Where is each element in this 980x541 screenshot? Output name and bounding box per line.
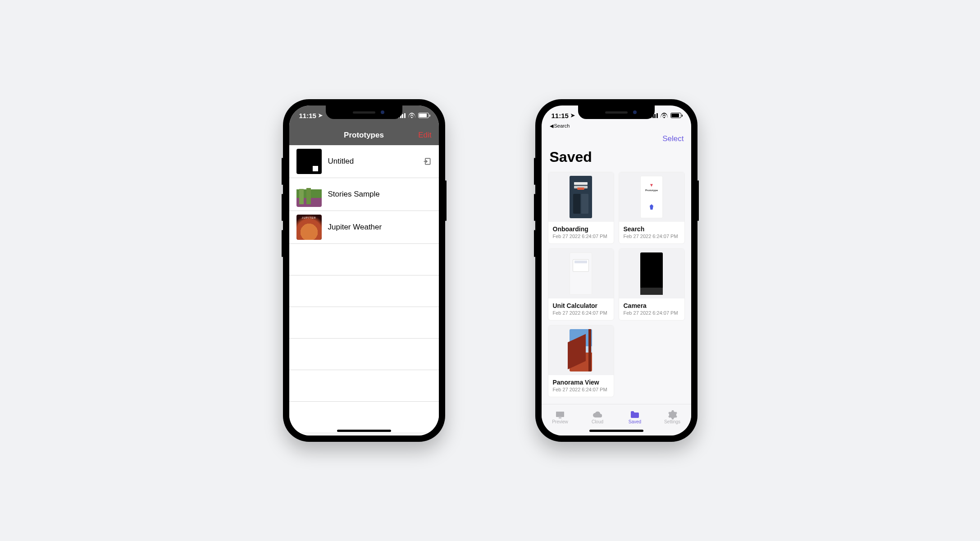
prototype-screenshot (640, 252, 663, 295)
tab-cloud[interactable]: Cloud (579, 404, 616, 429)
card-preview (619, 249, 684, 298)
card-date: Feb 27 2022 6:24:07 PM (624, 310, 680, 316)
empty-row (289, 244, 439, 275)
tab-label: Preview (552, 419, 568, 424)
prototype-row[interactable]: Untitled (289, 145, 439, 178)
gear-icon (667, 409, 678, 418)
preview-icon (555, 409, 565, 418)
location-icon: ➤ (318, 112, 323, 119)
prototype-screenshot (570, 329, 592, 371)
card-title: Onboarding (553, 225, 609, 233)
navbar: Select (542, 129, 691, 149)
prototype-row[interactable]: Jupiter Weather (289, 211, 439, 244)
card-title: Camera (624, 302, 680, 309)
home-indicator[interactable] (589, 430, 643, 432)
empty-row (289, 307, 439, 339)
phone-saved: 11:15 ➤ ◀ Search Select Saved Onboarding… (535, 99, 697, 442)
card-date: Feb 27 2022 6:24:07 PM (553, 310, 609, 316)
card-preview (548, 326, 614, 375)
status-time: 11:15 (299, 112, 316, 119)
edit-button[interactable]: Edit (418, 131, 431, 140)
svg-rect-1 (556, 412, 564, 417)
phone-prototypes: 11:15 ➤ Prototypes Edit Untitled Stories… (283, 99, 445, 442)
prototype-title: Jupiter Weather (328, 223, 432, 232)
tab-preview[interactable]: Preview (542, 404, 579, 429)
empty-row (289, 339, 439, 370)
import-icon[interactable] (423, 157, 432, 166)
prototype-title: Stories Sample (328, 190, 432, 199)
card-preview: Prototype (619, 172, 684, 222)
prototype-screenshot (570, 252, 592, 295)
status-time: 11:15 (552, 112, 569, 119)
tab-label: Saved (629, 419, 641, 424)
prototype-list[interactable]: Untitled Stories Sample Jupiter Weather (289, 145, 439, 436)
empty-row (289, 275, 439, 307)
empty-row (289, 370, 439, 402)
card-preview (548, 172, 614, 222)
prototype-screenshot: Prototype (640, 176, 663, 218)
navbar: Prototypes Edit (289, 125, 439, 145)
card-title: Unit Calculator (553, 302, 609, 309)
prototype-thumbnail (296, 215, 322, 240)
prototype-thumbnail (296, 182, 322, 207)
select-button[interactable]: Select (662, 134, 684, 143)
folder-icon (629, 409, 640, 418)
prototype-row[interactable]: Stories Sample (289, 178, 439, 211)
wifi-icon (408, 113, 415, 118)
empty-row (289, 402, 439, 433)
card-date: Feb 27 2022 6:24:07 PM (624, 234, 680, 239)
prototype-screenshot (570, 176, 592, 218)
tab-label: Cloud (592, 419, 603, 424)
saved-grid[interactable]: Onboarding Feb 27 2022 6:24:07 PM Protot… (542, 170, 691, 404)
battery-icon (418, 113, 429, 118)
saved-card[interactable]: Onboarding Feb 27 2022 6:24:07 PM (548, 172, 614, 244)
home-indicator[interactable] (337, 430, 391, 432)
tab-saved[interactable]: Saved (616, 404, 654, 429)
card-preview (548, 249, 614, 298)
page-title: Saved (542, 149, 691, 170)
saved-card[interactable]: Unit Calculator Feb 27 2022 6:24:07 PM (548, 248, 614, 321)
svg-rect-2 (559, 417, 561, 418)
device-notch (578, 105, 655, 119)
device-notch (326, 105, 402, 119)
cloud-icon (592, 409, 603, 418)
prototype-thumbnail (296, 149, 322, 174)
card-title: Search (624, 225, 680, 233)
saved-card[interactable]: Panorama View Feb 27 2022 6:24:07 PM (548, 325, 614, 397)
wifi-icon (661, 113, 668, 118)
saved-card[interactable]: Prototype Search Feb 27 2022 6:24:07 PM (619, 172, 685, 244)
battery-icon (670, 113, 681, 118)
navbar-title: Prototypes (344, 131, 384, 140)
saved-card[interactable]: Camera Feb 27 2022 6:24:07 PM (619, 248, 685, 321)
tab-label: Settings (664, 419, 680, 424)
card-title: Panorama View (553, 379, 609, 386)
card-date: Feb 27 2022 6:24:07 PM (553, 387, 609, 392)
location-icon: ➤ (570, 112, 575, 119)
card-date: Feb 27 2022 6:24:07 PM (553, 234, 609, 239)
tab-settings[interactable]: Settings (654, 404, 691, 429)
prototype-title: Untitled (328, 157, 416, 166)
